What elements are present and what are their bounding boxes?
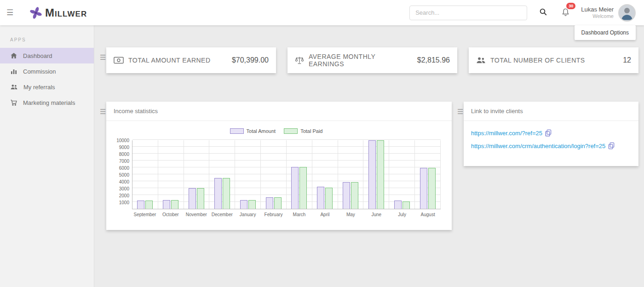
legend-swatch xyxy=(284,128,298,134)
stat-label: Average monthly earnings xyxy=(309,53,413,68)
chart-bar-group xyxy=(287,140,312,209)
bar-total-paid xyxy=(145,201,153,209)
search-button[interactable] xyxy=(537,6,549,19)
menu-toggle-icon[interactable]: ☰ xyxy=(6,8,17,17)
drag-handle[interactable]: ☰ xyxy=(457,102,464,166)
sidebar-item-dashboard[interactable]: Dashboard xyxy=(0,48,94,63)
sidebar-item-my-referrals[interactable]: My referrals xyxy=(0,79,94,95)
chart-bar-group xyxy=(132,140,158,209)
stat-card-average-monthly: Average monthly earnings $2,815.96 xyxy=(288,47,457,73)
chart-bar-group xyxy=(209,140,235,209)
dashboard-options-button[interactable]: Dashboard Options xyxy=(575,25,636,40)
bar-total-paid xyxy=(171,200,178,209)
y-tick-label: 4000 xyxy=(119,179,129,184)
bar-total-amount xyxy=(317,187,324,209)
bar-total-paid xyxy=(223,178,230,209)
bar-total-amount xyxy=(240,200,247,209)
users-icon xyxy=(10,83,18,91)
stat-label: Total number of clients xyxy=(490,57,585,64)
search-icon xyxy=(539,8,547,16)
sidebar-item-label: My referrals xyxy=(23,84,55,91)
chart-bar-group xyxy=(389,140,415,209)
x-tick-label: October xyxy=(158,212,184,217)
notifications-button[interactable]: 30 xyxy=(559,6,572,20)
bar-total-amount xyxy=(291,167,299,209)
y-tick-label: 10000 xyxy=(116,138,129,143)
x-tick-label: June xyxy=(363,212,389,217)
bar-total-paid xyxy=(428,168,436,209)
search-input[interactable] xyxy=(409,6,527,20)
y-tick-label: 1000 xyxy=(119,200,129,205)
x-tick-label: April xyxy=(312,212,338,217)
invite-link-login[interactable]: https://millwer.com/crm/authentication/l… xyxy=(471,143,605,149)
sidebar: APPS Dashboard Commission My referrals xyxy=(0,25,94,287)
gridline xyxy=(132,139,441,140)
sidebar-item-marketing-materials[interactable]: Marketing materials xyxy=(0,95,94,110)
stat-card-total-earned: Total amount earned $70,399.00 xyxy=(106,47,276,73)
invite-clients-widget: ☰ Link to invite clients https://millwer… xyxy=(457,102,638,166)
chart-legend: Total AmountTotal Paid xyxy=(112,128,441,134)
bar-total-amount xyxy=(368,140,376,209)
y-tick-label: 9000 xyxy=(119,145,129,150)
legend-item: Total Amount xyxy=(230,128,276,134)
notification-badge: 30 xyxy=(566,3,575,9)
chart-bar-group xyxy=(235,140,261,209)
logo-text: Millwer xyxy=(45,6,87,19)
sidebar-item-commission[interactable]: Commission xyxy=(0,63,94,79)
copy-icon[interactable] xyxy=(545,129,552,137)
income-card-title: Income statistics xyxy=(106,102,452,121)
stats-widget: ☰ Total amount earned $70,399.00 Average xyxy=(100,47,638,73)
copy-icon[interactable] xyxy=(608,142,615,149)
invite-link-short[interactable]: https://millwer.com/?ref=25 xyxy=(471,130,542,137)
invite-card-title: Link to invite clients xyxy=(464,102,638,121)
y-tick-label: 2000 xyxy=(119,193,129,198)
avatar[interactable] xyxy=(618,4,636,22)
x-tick-label: December xyxy=(209,212,235,217)
x-tick-label: May xyxy=(338,212,363,217)
y-tick-label: 3000 xyxy=(119,186,129,191)
chart-groups xyxy=(132,140,441,209)
y-tick-label: 5000 xyxy=(119,172,129,178)
y-tick-label: 7000 xyxy=(119,159,129,164)
logo[interactable]: Millwer xyxy=(29,6,87,19)
bar-total-amount xyxy=(420,168,427,209)
drag-handle[interactable]: ☰ xyxy=(100,102,106,230)
x-tick-label: September xyxy=(132,212,158,217)
cart-icon xyxy=(10,99,17,106)
bar-total-amount xyxy=(266,197,273,209)
chart-bar-group xyxy=(261,140,287,209)
income-statistics-widget: ☰ Income statistics Total AmountTotal Pa… xyxy=(100,102,452,230)
chart-bar-group xyxy=(158,140,184,209)
chart-x-labels: SeptemberOctoberNovemberDecemberJanuaryF… xyxy=(132,212,441,217)
topbar: ☰ Millwer 30 Lukas Meier Welcome xyxy=(0,0,644,25)
income-chart: 1000200030004000500060007000800090001000… xyxy=(112,140,441,209)
legend-label: Total Amount xyxy=(247,128,276,134)
bar-total-paid xyxy=(351,182,358,209)
x-tick-label: November xyxy=(184,212,209,217)
y-tick-label: 6000 xyxy=(119,166,129,171)
sidebar-item-label: Commission xyxy=(23,68,56,75)
main-content: ☰ Total amount earned $70,399.00 Average xyxy=(94,25,644,287)
bar-total-amount xyxy=(137,201,144,209)
legend-item: Total Paid xyxy=(284,128,322,134)
stat-value: $70,399.00 xyxy=(232,56,269,64)
bar-total-paid xyxy=(299,167,307,209)
x-tick-label: February xyxy=(261,212,287,217)
users-group-icon xyxy=(476,57,486,64)
bar-total-amount xyxy=(214,178,222,209)
stat-value: 12 xyxy=(623,56,631,64)
bar-chart-icon xyxy=(10,68,17,75)
bar-total-paid xyxy=(377,140,384,209)
y-tick-label: 8000 xyxy=(119,152,129,157)
bar-total-paid xyxy=(402,201,410,209)
user-block: Lukas Meier Welcome xyxy=(581,6,614,20)
bar-total-amount xyxy=(189,188,196,209)
bar-total-paid xyxy=(325,188,333,209)
chart-bar-group xyxy=(415,140,441,209)
legend-label: Total Paid xyxy=(300,128,322,134)
drag-handle[interactable]: ☰ xyxy=(100,47,106,61)
chart-y-axis: 1000200030004000500060007000800090001000… xyxy=(112,140,132,209)
legend-swatch xyxy=(230,128,244,134)
sidebar-item-label: Marketing materials xyxy=(23,99,75,106)
bar-total-amount xyxy=(163,200,170,209)
